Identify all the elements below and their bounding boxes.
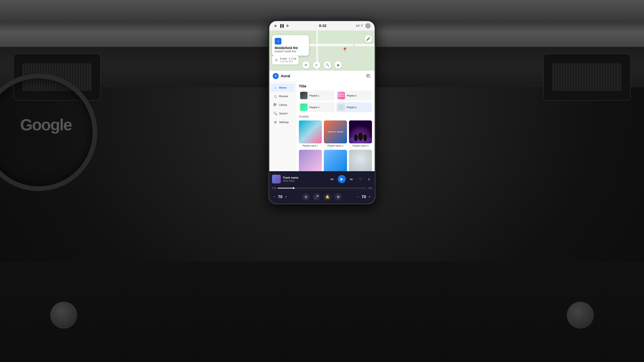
map-road-h1 [303,44,375,46]
player-controls: ⏮ ▶ ⏭ ♡ ∧ [329,175,372,183]
svg-point-14 [363,134,367,141]
app-logo-letter: A [275,75,277,78]
playlist-card-1[interactable]: Playlist name 1 [299,120,322,147]
sidebar-item-library[interactable]: Library [271,101,295,109]
progress-fill [278,188,294,188]
vol-right-minus[interactable]: − [357,195,359,199]
user-avatar[interactable] [365,23,371,28]
map-mic-button[interactable]: 🎤 [364,35,372,42]
temperature-display: 64° F [356,24,363,28]
play-button[interactable]: ▶ [338,175,346,183]
progress-handle[interactable] [293,187,294,189]
playlist-card-1-thumb [299,120,322,143]
library-icon [273,103,278,107]
playlist-item-1[interactable]: Playlist 1 [299,90,334,101]
status-left: ⊕ ▐▐ ⚙ [273,24,290,28]
svg-rect-8 [276,104,276,105]
map-ctrl-location[interactable]: ◉ [334,61,342,69]
playlist-card-2[interactable]: ABSTRACT DESIGN Playlist name 2 [324,120,347,147]
sidebar-library-label: Library [279,104,287,107]
svg-rect-7 [276,104,277,104]
nav-direction: toward Lowell Ave [275,50,306,53]
svg-rect-2 [366,77,368,77]
playlist-card-3[interactable]: Playlist name 3 [349,120,372,147]
playlist-4-thumb [338,104,345,111]
heart-button[interactable]: ♡ [357,176,363,182]
player-artist-name: Artist name [283,180,329,182]
browse-icon: ◻ [273,94,278,98]
playlist-row2-card-2[interactable] [324,150,347,171]
system-bar: − 70 + ⊞ 🎤 🔔 ✿ − 70 + [269,190,375,203]
nav-street: Middlefield Rd [275,46,306,50]
map-ctrl-search[interactable]: 🔍 [324,61,331,69]
playlist-3-thumb [300,104,308,111]
next-button[interactable]: ⏭ [348,176,354,182]
app-header: A Aural [269,71,375,81]
app-name: Aural [281,74,365,78]
queue-button[interactable] [365,73,371,79]
grid-icon[interactable]: ⊞ [302,193,310,200]
console-knob-right[interactable] [567,302,594,329]
section-title: Title [299,84,372,88]
playlist-card-2-label: Playlist name 2 [324,144,347,147]
map-area: 📍 🎤 ↑ Middlefield Rd toward Lowell Ave ✕… [269,30,375,71]
signal-icon: ▐▐ [280,24,284,28]
content-panel[interactable]: Title Playlist 1 ABSTRACT DESIGN Playlis… [296,81,375,171]
playlist-card-3-label: Playlist name 3 [349,144,372,147]
playlist-row2-3-thumb [349,150,372,171]
vol-left-minus[interactable]: − [273,195,276,199]
playlist-4-label: Playlist 4 [347,106,357,109]
progress-track[interactable] [278,188,366,188]
mic-icon[interactable]: 🎤 [313,193,320,200]
map-ctrl-settings[interactable]: ⚙ [302,61,310,69]
system-icons: ⊞ 🎤 🔔 ✿ [302,193,342,200]
app-logo: A [273,73,279,79]
playlist-item-2[interactable]: ABSTRACT DESIGN Playlist 2 [336,90,372,101]
sidebar-search-label: Search [279,112,288,115]
svg-rect-6 [275,103,275,106]
right-vent [544,54,630,101]
playlist-item-4[interactable]: Playlist 4 [336,102,372,112]
playlist-1-label: Playlist 1 [309,94,319,97]
sidebar-item-search[interactable]: 🔍 Search [271,110,295,118]
console-knob-left[interactable] [50,302,77,329]
prev-button[interactable]: ⏮ [329,176,335,182]
playlists-grid-large: Playlist name 1 ABSTRACT DESIGN Playlist… [299,120,372,147]
playlist-card-3-thumb [349,120,372,143]
bluetooth-icon: ⊕ [273,24,278,28]
vol-right-plus[interactable]: + [368,195,371,199]
player-album-art [272,175,281,183]
vol-left-plus[interactable]: + [285,195,287,199]
playlist-2-thumb-text: ABSTRACT DESIGN [337,94,346,97]
sidebar-item-home[interactable]: ⌂ Home [271,84,295,92]
main-layout: ⌂ Home ◻ Browse [269,81,375,171]
settings-icon: ⚙ [273,120,278,124]
map-ctrl-route[interactable]: ⊱ [313,61,320,69]
playlist-3-label: Playlist 3 [309,106,319,109]
svg-point-12 [354,134,358,141]
playlist-2-label: Playlist 2 [347,94,357,97]
playlist-row2-card-3[interactable] [349,150,372,171]
status-bar: ⊕ ▐▐ ⚙ 8:32 64° F [269,21,375,30]
playlist-row2-1-thumb [299,150,322,171]
settings-status-icon: ⚙ [286,24,290,28]
sidebar-home-label: Home [279,86,286,89]
vol-right-value: 70 [360,194,367,199]
map-pin-icon: 📍 [342,47,348,53]
playlists-grid-small: Playlist 1 ABSTRACT DESIGN Playlist 2 Pl… [299,90,372,112]
expand-button[interactable]: ∧ [366,176,372,182]
sidebar: ⌂ Home ◻ Browse [269,81,296,171]
playlist-item-3[interactable]: Playlist 3 [299,102,334,112]
bell-icon[interactable]: 🔔 [324,193,331,200]
nav-arrow-icon: ↑ [275,38,282,44]
sidebar-item-browse[interactable]: ◻ Browse [271,92,295,100]
playlist-row2-card-1[interactable] [299,150,322,171]
svg-rect-0 [366,74,370,75]
playlist-2-thumb: ABSTRACT DESIGN [338,92,345,99]
playlist-1-thumb [300,92,308,99]
home-icon: ⌂ [273,86,278,90]
device: ⊕ ▐▐ ⚙ 8:32 64° F 📍 🎤 ↑ Middlefield Rd t… [268,20,376,204]
sidebar-item-settings[interactable]: ⚙ Settings [271,118,295,126]
volume-right-control: − 70 + [357,194,371,199]
settings2-icon[interactable]: ✿ [334,193,342,200]
